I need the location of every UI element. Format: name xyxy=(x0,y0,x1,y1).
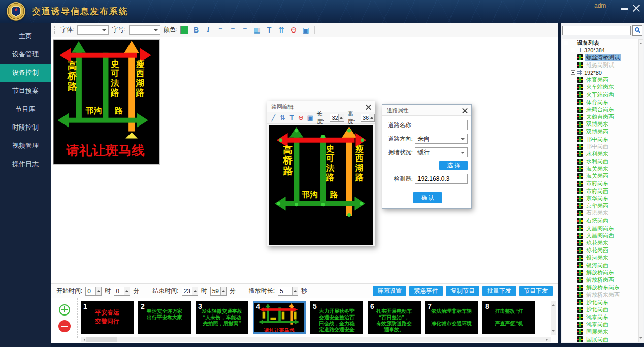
align-right-icon[interactable]: ≡ xyxy=(240,25,249,35)
scrollbar-thumb[interactable] xyxy=(86,337,117,342)
action-button[interactable]: 批量下发 xyxy=(482,286,516,296)
sidebar-item[interactable]: 设备控制 xyxy=(0,64,51,82)
action-button[interactable]: 复制节目 xyxy=(446,286,479,296)
confirm-button[interactable]: 确 认 xyxy=(413,192,442,203)
device-tree-row[interactable]: 琼花岗西 xyxy=(562,247,638,255)
device-tree-row[interactable]: 银河岗东 xyxy=(562,254,638,262)
sidebar-item[interactable]: 设备管理 xyxy=(0,45,51,64)
road-name-input[interactable] xyxy=(415,120,468,130)
device-tree-row[interactable]: 双博岗东 xyxy=(562,121,638,129)
align-left-icon[interactable]: ≡ xyxy=(216,25,225,35)
device-tree-row[interactable]: 鸿泰岗西 xyxy=(562,321,638,329)
sidebar-item[interactable]: 节目库 xyxy=(0,100,51,118)
scroll-right-icon[interactable] xyxy=(546,338,549,341)
device-tree-row[interactable]: 海关岗东 xyxy=(562,165,638,173)
sidebar-item[interactable]: 时段控制 xyxy=(0,118,51,137)
action-button[interactable]: 紧急事件 xyxy=(409,286,443,296)
vertical-scrollbar[interactable] xyxy=(551,301,556,335)
sidebar-item[interactable]: 主页 xyxy=(0,27,51,45)
device-tree-row[interactable]: 石塔岗西 xyxy=(562,217,638,225)
device-tree-row[interactable]: 银河岗西 xyxy=(562,262,638,269)
select-detector-button[interactable]: 选 择 xyxy=(439,161,468,170)
roadnet-edit-canvas[interactable]: 高桥路 史可法路 瘦西湖路 邗沟 路 xyxy=(269,125,373,245)
height-spinner[interactable]: 368 xyxy=(361,114,375,122)
device-tree-row[interactable]: 京华岗西 xyxy=(562,202,638,210)
device-search-input[interactable] xyxy=(562,26,631,35)
device-tree-row[interactable]: 解放桥东岗东 xyxy=(562,284,638,292)
remove-icon[interactable]: ⊖ xyxy=(298,114,304,122)
device-tree-row[interactable]: 体育岗西 xyxy=(562,76,638,84)
device-tree-row[interactable]: 解放桥东岗西 xyxy=(562,291,638,299)
line-icon[interactable]: ╱ xyxy=(270,114,277,122)
end-hour-spinner[interactable]: 23 xyxy=(182,287,198,296)
minimize-icon[interactable] xyxy=(621,8,628,10)
playlist-item[interactable]: 2 xyxy=(138,301,191,334)
scroll-left-icon[interactable] xyxy=(82,338,85,341)
start-minute-spinner[interactable]: 0 xyxy=(114,287,130,296)
bold-icon[interactable]: B xyxy=(191,25,201,35)
device-tree-row[interactable]: 鸿泰岗东 xyxy=(562,313,638,321)
dialog-close-icon[interactable] xyxy=(462,108,468,113)
save-icon[interactable]: ▣ xyxy=(307,114,313,122)
end-minute-spinner[interactable]: 59 xyxy=(210,287,227,296)
device-tree-row[interactable]: 来鹤台岗东 xyxy=(562,106,638,113)
sidebar-item[interactable]: 操作日志 xyxy=(0,155,51,173)
road-direction-select[interactable]: 来向 xyxy=(415,134,468,144)
playlist-item[interactable]: 5 xyxy=(310,301,363,334)
text-icon[interactable]: T xyxy=(265,25,274,35)
device-tree-row[interactable]: 琼花岗东 xyxy=(562,239,638,247)
device-tree-row[interactable]: 国展岗西 xyxy=(562,336,638,342)
sidebar-item[interactable]: 视频管理 xyxy=(0,137,51,155)
close-icon[interactable] xyxy=(632,4,640,12)
device-tree-row[interactable]: 邗中岗东 xyxy=(562,136,638,143)
playlist-item[interactable]: 8 xyxy=(482,301,535,334)
device-tree-row[interactable]: 维扬岗测试 xyxy=(562,61,638,69)
image-icon[interactable]: ▦ xyxy=(252,25,262,35)
led-sign-preview[interactable]: 高桥路 史可法路 瘦西湖路 邗沟 路 请礼让斑马线 xyxy=(53,39,160,165)
device-tree-row[interactable]: 火车站岗东 xyxy=(562,84,638,91)
font-size-select[interactable] xyxy=(129,25,160,35)
device-tree-row[interactable]: 石塔岗东 xyxy=(562,210,638,217)
align-center-icon[interactable]: ≡ xyxy=(228,25,237,35)
device-tree-row[interactable]: 来鹤台岗西 xyxy=(562,113,638,121)
action-button[interactable]: 节目下发 xyxy=(519,286,553,296)
collapse-icon[interactable] xyxy=(564,41,568,45)
italic-icon[interactable]: I xyxy=(204,25,213,35)
device-tree-row[interactable]: 文昌阁岗东 xyxy=(562,225,638,232)
start-hour-spinner[interactable]: 0 xyxy=(85,287,102,296)
device-tree-row[interactable]: 设备列表 xyxy=(562,39,638,47)
sidebar-item[interactable]: 节目预案 xyxy=(0,82,51,100)
duration-spinner[interactable]: 5 xyxy=(278,287,298,296)
remove-page-icon[interactable] xyxy=(58,320,71,332)
device-tree-row[interactable]: 国展岗东 xyxy=(562,328,638,336)
collapse-icon[interactable] xyxy=(571,48,575,52)
length-spinner[interactable]: 320 xyxy=(330,114,344,122)
device-tree-row[interactable]: 沙北岗东 xyxy=(562,299,638,306)
dialog-close-icon[interactable] xyxy=(366,104,371,110)
playlist-item[interactable]: 4 xyxy=(253,301,306,334)
add-page-icon[interactable] xyxy=(59,304,70,316)
device-tree-row[interactable]: 市府岗西 xyxy=(562,187,638,195)
congestion-select[interactable]: 缓行 xyxy=(415,147,468,157)
horizontal-scrollbar[interactable] xyxy=(81,337,551,342)
detector-input[interactable] xyxy=(415,174,468,184)
color-swatch[interactable] xyxy=(180,26,188,34)
device-tree-row[interactable]: 火车站岗西 xyxy=(562,91,638,99)
device-tree-row[interactable]: 双博岗西 xyxy=(562,128,638,136)
action-button[interactable]: 屏幕设置 xyxy=(373,286,406,296)
device-tree-row[interactable]: 文昌阁岗西 xyxy=(562,232,638,239)
device-tree-row[interactable]: 解放桥岗西 xyxy=(562,276,638,284)
device-tree-row[interactable]: 螺丝湾桥测试 xyxy=(562,54,638,61)
playlist-item[interactable]: 6 xyxy=(368,301,421,334)
collapse-icon[interactable] xyxy=(571,70,575,75)
remove-icon[interactable]: ⊖ xyxy=(289,25,298,35)
text-icon[interactable]: T xyxy=(288,114,295,122)
device-tree-row[interactable]: 水利岗西 xyxy=(562,158,638,166)
playlist-item[interactable]: 3 xyxy=(196,301,248,334)
device-tree-row[interactable]: 海关岗西 xyxy=(562,173,638,180)
device-tree-row[interactable]: 解放桥岗东 xyxy=(562,269,638,276)
device-tree-row[interactable]: 京华岗东 xyxy=(562,195,638,202)
device-tree-row[interactable]: 192*80 xyxy=(562,69,638,76)
road-icon[interactable]: ⇈ xyxy=(277,25,286,35)
font-select[interactable] xyxy=(77,25,109,35)
